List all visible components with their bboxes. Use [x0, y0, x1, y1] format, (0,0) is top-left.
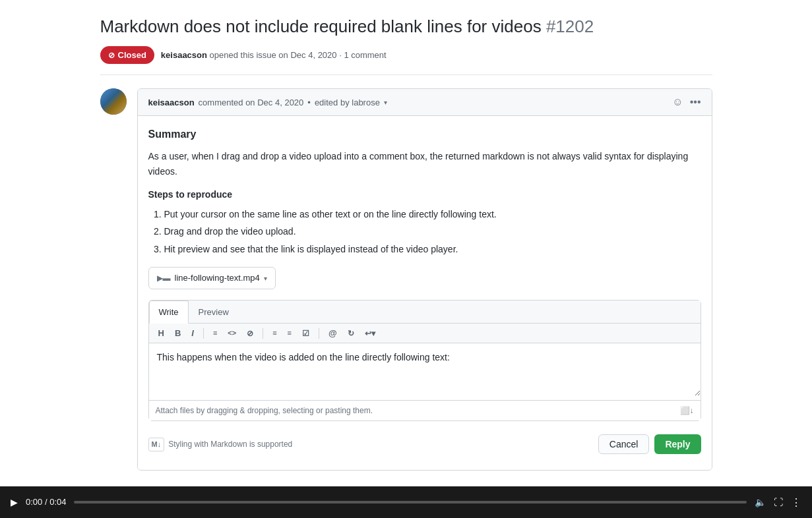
- toolbar-heading-btn[interactable]: H: [156, 328, 167, 339]
- toolbar-ul-btn[interactable]: ≡: [270, 328, 279, 338]
- comment-block: keisaacson commented on Dec 4, 2020 • ed…: [100, 88, 712, 471]
- toolbar-italic-btn[interactable]: I: [189, 328, 197, 339]
- video-fullscreen-button[interactable]: ⛶: [774, 497, 783, 507]
- video-time: 0:00 / 0:04: [26, 496, 66, 509]
- toolbar-code-btn[interactable]: <>: [225, 328, 239, 338]
- editor-1-footer: Attach files by dragging & dropping, sel…: [149, 400, 701, 420]
- issue-meta-text: keisaacson opened this issue on Dec 4, 2…: [161, 49, 387, 62]
- video-player-bar: ▶ 0:00 / 0:04 🔈 ⛶ ⋮: [0, 486, 812, 518]
- attach-text: Attach files by dragging & dropping, sel…: [156, 405, 680, 417]
- toolbar-task-btn[interactable]: ☑: [299, 328, 312, 339]
- issue-author-link[interactable]: keisaacson: [161, 50, 207, 60]
- editor-1-textarea[interactable]: [149, 343, 701, 396]
- comment-container: keisaacson commented on Dec 4, 2020 • ed…: [137, 88, 712, 471]
- summary-text: As a user, when I drag and drop a video …: [148, 149, 701, 179]
- step-1: Put your cursor on the same line as othe…: [164, 207, 701, 221]
- editor-1-actions-left: M↓ Styling with Markdown is supported: [148, 438, 293, 451]
- toolbar-sep-1: [203, 328, 204, 339]
- toolbar-sep-2: [263, 328, 263, 339]
- comment-header-right: ☺ •••: [672, 94, 701, 110]
- video-file-icon: ▶▬: [157, 272, 171, 284]
- step-3: Hit preview and see that the link is dis…: [164, 242, 701, 256]
- video-attachment-label: line-following-text.mp4: [175, 272, 260, 285]
- video-attachment[interactable]: ▶▬ line-following-text.mp4 ▾: [148, 267, 276, 289]
- editor-1-actions: M↓ Styling with Markdown is supported Ca…: [148, 429, 701, 459]
- video-more-button[interactable]: ⋮: [791, 496, 801, 509]
- editor-1-tab-preview[interactable]: Preview: [189, 301, 239, 324]
- summary-heading: Summary: [148, 127, 701, 142]
- emoji-reaction-button[interactable]: ☺: [672, 94, 683, 110]
- toolbar-link-btn[interactable]: ⊘: [244, 328, 256, 339]
- step-2: Drag and drop the video upload.: [164, 224, 701, 239]
- comment-action: commented on Dec 4, 2020: [199, 96, 304, 109]
- status-badge-label: Closed: [118, 49, 146, 62]
- avatar: [100, 88, 127, 115]
- toolbar-sep-3: [319, 328, 319, 339]
- toolbar-ol-btn[interactable]: ≡: [285, 328, 294, 338]
- comment-body: Summary As a user, when I drag and drop …: [138, 116, 712, 470]
- toolbar-quote-btn[interactable]: ≡: [210, 328, 220, 338]
- toolbar-bold-btn[interactable]: B: [172, 328, 183, 339]
- toolbar-mention-btn[interactable]: @: [326, 328, 340, 339]
- issue-title-text: Markdown does not include required blank…: [100, 16, 542, 36]
- editor-1: Write Preview H B I ≡ <> ⊘ ≡ ≡ ☑: [148, 300, 701, 422]
- toolbar-undo-btn[interactable]: ↩▾: [362, 328, 378, 339]
- comment-author[interactable]: keisaacson: [148, 96, 195, 109]
- toolbar-ref-btn[interactable]: ↻: [345, 328, 357, 339]
- comment-header: keisaacson commented on Dec 4, 2020 • ed…: [138, 89, 712, 116]
- markdown-icon: ⬜↓: [680, 405, 694, 417]
- issue-number: #1202: [546, 16, 594, 36]
- video-progress-bar[interactable]: [74, 501, 747, 504]
- markdown-label: Styling with Markdown is supported: [168, 438, 292, 450]
- editor-1-actions-right: Cancel Reply: [598, 434, 701, 454]
- editor-1-textarea-wrap: [149, 343, 701, 400]
- closed-badge: ⊘ Closed: [100, 46, 154, 65]
- comment-more-button[interactable]: •••: [690, 94, 701, 110]
- reply-button[interactable]: Reply: [654, 434, 701, 454]
- video-play-button[interactable]: ▶: [11, 497, 18, 507]
- issue-meta-row: ⊘ Closed keisaacson opened this issue on…: [100, 46, 712, 76]
- cancel-button[interactable]: Cancel: [598, 434, 650, 454]
- video-volume-button[interactable]: 🔈: [755, 497, 766, 507]
- comment-header-left: keisaacson commented on Dec 4, 2020 • ed…: [148, 96, 387, 109]
- editor-1-toolbar: H B I ≡ <> ⊘ ≡ ≡ ☑ @ ↻ ↩▾: [149, 324, 701, 343]
- steps-heading: Steps to reproduce: [148, 188, 701, 202]
- steps-list: Put your cursor on the same line as othe…: [148, 207, 701, 256]
- closed-icon: ⊘: [108, 49, 115, 61]
- comment-edited-by: edited by labrose: [315, 96, 380, 109]
- edited-dropdown-arrow[interactable]: ▾: [384, 98, 387, 107]
- markdown-logo: M↓: [148, 438, 165, 451]
- issue-title: Markdown does not include required blank…: [100, 16, 712, 38]
- editor-1-tabs: Write Preview: [149, 301, 701, 324]
- editor-1-tab-write[interactable]: Write: [149, 301, 189, 324]
- video-dropdown-arrow[interactable]: ▾: [264, 273, 267, 283]
